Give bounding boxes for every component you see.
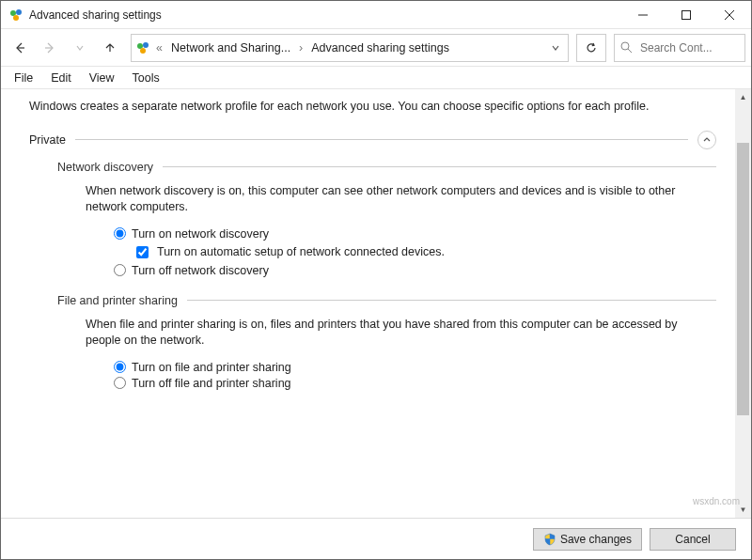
- option-nd-auto[interactable]: Turn on automatic setup of network conne…: [133, 243, 716, 261]
- radio-fp-off[interactable]: [114, 377, 126, 389]
- option-fp-off[interactable]: Turn off file and printer sharing: [114, 377, 716, 390]
- menu-tools[interactable]: Tools: [125, 70, 167, 86]
- search-box[interactable]: [614, 34, 745, 62]
- radio-nd-on-label: Turn on network discovery: [132, 227, 269, 241]
- subsection-network-discovery: Network discovery: [57, 161, 716, 174]
- network-discovery-label: Network discovery: [57, 161, 153, 174]
- cancel-label: Cancel: [675, 533, 710, 546]
- recent-dropdown[interactable]: [67, 35, 93, 61]
- svg-point-0: [10, 10, 16, 16]
- menu-file[interactable]: File: [7, 70, 40, 86]
- radio-fp-on-label: Turn on file and printer sharing: [132, 361, 291, 374]
- address-bar[interactable]: « Network and Sharing... › Advanced shar…: [131, 34, 569, 62]
- address-dropdown[interactable]: [547, 43, 564, 53]
- section-private: Private: [29, 131, 716, 149]
- radio-nd-off[interactable]: [114, 264, 126, 276]
- save-changes-label: Save changes: [560, 533, 632, 546]
- window: Advanced sharing settings « Network and …: [0, 0, 752, 560]
- svg-point-12: [621, 42, 629, 50]
- back-button[interactable]: [7, 35, 33, 61]
- content-area: Windows creates a separate network profi…: [1, 89, 751, 518]
- svg-rect-4: [682, 10, 691, 19]
- address-icon: [135, 40, 150, 55]
- svg-point-9: [137, 43, 143, 49]
- cancel-button[interactable]: Cancel: [650, 528, 736, 551]
- option-nd-on[interactable]: Turn on network discovery: [114, 227, 716, 241]
- collapse-toggle[interactable]: [697, 131, 716, 149]
- divider: [75, 139, 688, 140]
- search-input[interactable]: [638, 40, 728, 55]
- breadcrumb-prefix: «: [156, 41, 163, 54]
- svg-point-10: [143, 42, 149, 48]
- content-scroll[interactable]: Windows creates a separate network profi…: [1, 89, 735, 518]
- footer: Save changes Cancel: [1, 518, 751, 559]
- divider: [163, 166, 716, 167]
- network-discovery-desc: When network discovery is on, this compu…: [86, 183, 707, 216]
- search-icon: [620, 41, 633, 54]
- checkbox-nd-auto[interactable]: [136, 246, 149, 258]
- titlebar: Advanced sharing settings: [1, 1, 751, 29]
- radio-fp-off-label: Turn off file and printer sharing: [132, 377, 291, 390]
- up-button[interactable]: [97, 35, 123, 61]
- menu-bar: File Edit View Tools: [1, 67, 751, 89]
- breadcrumb-network-sharing[interactable]: Network and Sharing...: [168, 39, 293, 56]
- radio-nd-on[interactable]: [114, 227, 126, 240]
- nav-row: « Network and Sharing... › Advanced shar…: [1, 29, 751, 67]
- chevron-right-icon: ›: [299, 41, 303, 54]
- option-fp-on[interactable]: Turn on file and printer sharing: [114, 361, 716, 374]
- forward-button[interactable]: [37, 35, 63, 61]
- window-buttons: [621, 1, 751, 28]
- file-printer-desc: When file and printer sharing is on, fil…: [86, 317, 707, 350]
- menu-view[interactable]: View: [82, 70, 122, 86]
- svg-point-11: [140, 48, 146, 54]
- minimize-button[interactable]: [621, 1, 665, 28]
- radio-fp-on[interactable]: [114, 361, 126, 373]
- shield-icon: [543, 533, 556, 546]
- save-changes-button[interactable]: Save changes: [533, 528, 642, 551]
- scrollbar[interactable]: ▲ ▼: [735, 89, 751, 518]
- window-title: Advanced sharing settings: [29, 8, 621, 22]
- breadcrumb-advanced-sharing[interactable]: Advanced sharing settings: [308, 39, 452, 56]
- app-icon: [8, 8, 24, 23]
- scroll-track[interactable]: [735, 105, 751, 502]
- section-private-label: Private: [29, 133, 66, 147]
- scroll-up-icon[interactable]: ▲: [735, 89, 751, 105]
- radio-nd-off-label: Turn off network discovery: [132, 264, 269, 277]
- intro-text: Windows creates a separate network profi…: [29, 99, 716, 116]
- scroll-thumb[interactable]: [737, 143, 749, 415]
- checkbox-nd-auto-label: Turn on automatic setup of network conne…: [157, 245, 445, 258]
- divider: [187, 300, 716, 301]
- svg-point-1: [16, 9, 22, 15]
- maximize-button[interactable]: [665, 1, 708, 28]
- close-button[interactable]: [708, 1, 751, 28]
- option-nd-off[interactable]: Turn off network discovery: [114, 264, 716, 277]
- subsection-file-printer: File and printer sharing: [57, 294, 716, 307]
- file-printer-label: File and printer sharing: [57, 294, 178, 307]
- svg-point-2: [13, 15, 19, 21]
- svg-line-13: [628, 49, 632, 53]
- watermark: wsxdn.com: [693, 496, 740, 506]
- menu-edit[interactable]: Edit: [43, 70, 79, 86]
- refresh-button[interactable]: [576, 34, 606, 62]
